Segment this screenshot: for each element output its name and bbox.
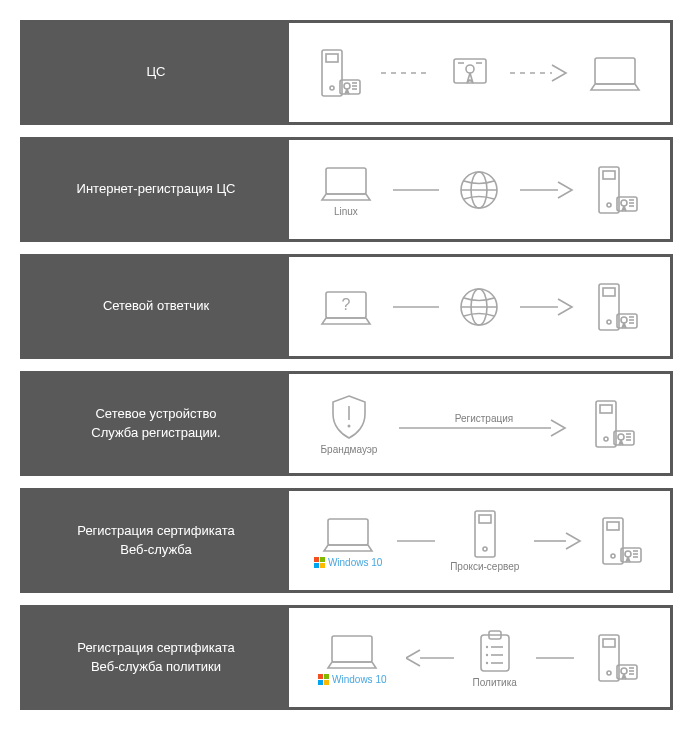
row-label: Регистрация сертификата Веб-служба полит… [23,608,289,707]
row-title: ЦС [146,63,165,81]
arrow-right-icon [520,180,574,200]
row-content [289,23,670,122]
row-title-1: Регистрация сертификата [77,522,234,540]
server-cert-icon [597,516,645,566]
connector-icon [536,656,574,660]
row-ca: ЦС [20,20,673,125]
server-cert-icon [316,48,364,98]
server-cert-icon [593,282,641,332]
connector-icon [393,188,439,192]
laptop-question-icon [318,286,374,328]
row-title-2: Веб-служба [120,541,191,559]
row-label: Интернет-регистрация ЦС [23,140,289,239]
caption-proxy: Прокси-сервер [450,561,519,572]
row-title: Интернет-регистрация ЦС [77,180,236,198]
row-ndes: Сетевое устройство Служба регистрации. Б… [20,371,673,476]
server-cert-icon [593,633,641,683]
row-label: Регистрация сертификата Веб-служба [23,491,289,590]
row-content: Windows 10 Политика [289,608,670,707]
row-content: Windows 10 Прокси-сервер [289,491,670,590]
laptop-windows-icon: Windows 10 [314,513,382,568]
row-content: Linux [289,140,670,239]
caption-linux: Linux [334,206,358,217]
caption-firewall: Брандмауэр [321,444,378,455]
laptop-icon [587,52,643,94]
certificate-icon [448,53,492,93]
row-label: ЦС [23,23,289,122]
server-cert-icon [590,399,638,449]
proxy-server-icon: Прокси-сервер [450,509,519,572]
arrow-right-icon [520,297,574,317]
globe-icon [457,285,501,329]
windows-logo-icon [318,674,329,685]
row-online-responder: Сетевой ответчик [20,254,673,359]
row-web-enrollment: Интернет-регистрация ЦС Linux [20,137,673,242]
connector-icon [397,539,435,543]
caption-policy: Политика [473,677,517,688]
row-title: Сетевой ответчик [103,297,209,315]
arrow-left-icon [406,648,454,668]
clipboard-policy-icon: Политика [473,627,517,688]
caption-windows: Windows 10 [318,674,386,685]
row-label: Сетевой ответчик [23,257,289,356]
windows-logo-icon [314,557,325,568]
row-title-1: Регистрация сертификата [77,639,234,657]
arrow-labeled-icon: Регистрация [399,410,569,438]
row-title-1: Сетевое устройство [95,405,216,423]
row-ces: Регистрация сертификата Веб-служба Windo… [20,488,673,593]
row-title-2: Служба регистрации. [91,424,220,442]
edge-label: Регистрация [455,413,513,424]
row-cep: Регистрация сертификата Веб-служба полит… [20,605,673,710]
connector-icon [393,305,439,309]
caption-windows: Windows 10 [314,557,382,568]
laptop-linux-icon: Linux [318,162,374,217]
dashed-arrow-icon [510,63,570,83]
row-content [289,257,670,356]
arrow-right-icon [534,531,582,551]
shield-firewall-icon: Брандмауэр [321,392,378,455]
row-title-2: Веб-служба политики [91,658,221,676]
dashed-connector-icon [381,71,431,75]
row-label: Сетевое устройство Служба регистрации. [23,374,289,473]
row-content: Брандмауэр Регистрация [289,374,670,473]
server-cert-icon [593,165,641,215]
laptop-windows-icon: Windows 10 [318,630,386,685]
globe-icon [457,168,501,212]
